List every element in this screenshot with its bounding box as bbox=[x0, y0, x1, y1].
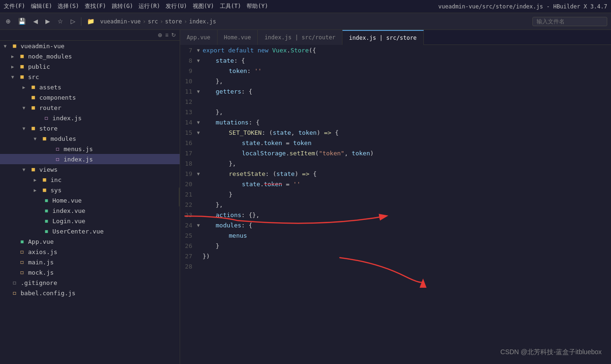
sidebar-item-public[interactable]: ▶ ■ public bbox=[0, 61, 180, 72]
menu-view[interactable]: 视图(V) bbox=[193, 2, 214, 10]
folder-arrow: ▶ bbox=[11, 64, 18, 69]
code-line-7: 7 ▼ export default new Vuex.Store({ bbox=[180, 45, 611, 55]
sidebar-item-src[interactable]: ▼ ■ src bbox=[0, 72, 180, 82]
menu-edit[interactable]: 编辑(E) bbox=[31, 2, 52, 10]
tab-router-index[interactable]: index.js | src/router bbox=[258, 30, 342, 45]
file-icon: ◻ bbox=[53, 156, 62, 162]
label-index-vue: index.vue bbox=[52, 207, 85, 214]
menu-goto[interactable]: 跳转(G) bbox=[112, 2, 133, 10]
sidebar-item-app-vue[interactable]: ◼ App.vue bbox=[0, 236, 180, 247]
label-node-modules: node_modules bbox=[28, 53, 72, 60]
code-line-22: 22 }, bbox=[180, 199, 611, 210]
sidebar-item-router[interactable]: ▼ ■ router bbox=[0, 102, 180, 113]
label-assets: assets bbox=[39, 84, 61, 91]
watermark: CSDN @北芳科技-蓝盒子itbluebox bbox=[501, 348, 602, 357]
menu-publish[interactable]: 发行(U) bbox=[166, 2, 187, 10]
code-line-16: 16 state.token = token bbox=[180, 138, 611, 148]
breadcrumb-item-3[interactable]: index.js bbox=[189, 18, 216, 25]
divider bbox=[81, 17, 81, 26]
file-vue-icon: ◼ bbox=[42, 207, 51, 214]
sidebar-item-store[interactable]: ▼ ■ store bbox=[0, 123, 180, 133]
sidebar-item-modules[interactable]: ▼ ■ modules bbox=[0, 133, 180, 144]
forward-button[interactable]: ▶ bbox=[44, 17, 52, 26]
save-button[interactable]: 💾 bbox=[16, 17, 28, 26]
code-line-11: 11 ▼ getters: { bbox=[180, 86, 611, 96]
code-line-15: 15 ▼ SET_TOKEN: (state, token) => { bbox=[180, 127, 611, 138]
label-modules: modules bbox=[51, 135, 76, 142]
folder-icon: ■ bbox=[10, 43, 19, 49]
sidebar-item-components[interactable]: ■ components bbox=[0, 92, 180, 102]
folder-arrow: ▼ bbox=[22, 167, 29, 172]
code-line-25: 25 menus bbox=[180, 230, 611, 240]
editor[interactable]: 7 ▼ export default new Vuex.Store({ 8 ▼ … bbox=[180, 45, 611, 364]
tab-store-index[interactable]: index.js | src/store bbox=[342, 30, 424, 45]
code-line-21: 21 } bbox=[180, 189, 611, 199]
folder-icon: ■ bbox=[29, 94, 37, 101]
sidebar-item-axios[interactable]: ◻ axios.js bbox=[0, 247, 180, 257]
folder-icon: ■ bbox=[18, 73, 26, 80]
sidebar-item-store-index[interactable]: ◻ index.js bbox=[0, 154, 180, 164]
breadcrumb-item-2[interactable]: store bbox=[165, 18, 182, 25]
collapse-all-button[interactable]: ≡ bbox=[165, 32, 168, 38]
menu-bar[interactable]: 文件(F) 编辑(E) 选择(S) 查找(F) 跳转(G) 运行(R) 发行(U… bbox=[4, 2, 268, 10]
sidebar-item-menus[interactable]: ◻ menus.js bbox=[0, 144, 180, 154]
folder-button[interactable]: 📁 bbox=[85, 17, 96, 26]
run-button[interactable]: ▷ bbox=[69, 17, 77, 26]
editor-section: App.vue Home.vue index.js | src/router i… bbox=[180, 30, 611, 364]
menu-help[interactable]: 帮助(Y) bbox=[247, 2, 268, 10]
new-file-button[interactable]: ⊕ bbox=[4, 17, 13, 26]
sidebar-item-usercenter-vue[interactable]: ◼ UserCenter.vue bbox=[0, 226, 180, 236]
sidebar-item-router-index[interactable]: ◻ index.js bbox=[0, 113, 180, 123]
menu-tools[interactable]: 工具(T) bbox=[220, 2, 241, 10]
sidebar-item-main[interactable]: ◻ main.js bbox=[0, 257, 180, 267]
sidebar-item-mock[interactable]: ◻ mock.js bbox=[0, 267, 180, 277]
tree-root[interactable]: ▼ ■ vueadmin-vue bbox=[0, 41, 180, 51]
toolbar: ⊕ 💾 ◀ ▶ ☆ ▷ 📁 vueadmin-vue › src › store… bbox=[0, 13, 611, 30]
label-src: src bbox=[28, 73, 39, 80]
folder-icon: ■ bbox=[29, 84, 37, 90]
menu-run[interactable]: 运行(R) bbox=[138, 2, 160, 10]
titlebar: 文件(F) 编辑(E) 选择(S) 查找(F) 跳转(G) 运行(R) 发行(U… bbox=[0, 0, 611, 13]
file-js-icon: ◻ bbox=[18, 259, 26, 265]
new-folder-button[interactable]: ⊕ bbox=[158, 32, 162, 38]
sidebar-item-babel[interactable]: ◻ babel.config.js bbox=[0, 288, 180, 298]
file-vue-icon: ◼ bbox=[42, 197, 51, 204]
folder-icon: ■ bbox=[40, 135, 49, 142]
bookmark-button[interactable]: ☆ bbox=[56, 17, 65, 26]
folder-icon: ■ bbox=[18, 53, 26, 59]
tab-home-vue[interactable]: Home.vue bbox=[218, 30, 258, 45]
folder-icon: ■ bbox=[40, 176, 49, 183]
label-axios: axios.js bbox=[28, 248, 58, 255]
folder-icon: ■ bbox=[29, 125, 37, 131]
breadcrumb-item-1[interactable]: src bbox=[148, 18, 158, 25]
menu-file[interactable]: 文件(F) bbox=[4, 2, 25, 10]
label-store-index: index.js bbox=[64, 156, 93, 163]
back-button[interactable]: ◀ bbox=[31, 17, 40, 26]
label-menus: menus.js bbox=[64, 146, 93, 153]
refresh-button[interactable]: ↻ bbox=[171, 32, 176, 38]
folder-arrow: ▼ bbox=[34, 136, 40, 141]
label-mock: mock.js bbox=[28, 269, 54, 276]
code-line-9: 9 token: '' bbox=[180, 66, 611, 76]
file-js-icon: ◻ bbox=[18, 248, 26, 255]
file-search-input[interactable] bbox=[532, 17, 607, 26]
sidebar-item-index-vue[interactable]: ◼ index.vue bbox=[0, 205, 180, 216]
file-vue-icon: ◼ bbox=[42, 218, 51, 224]
sidebar-item-views[interactable]: ▼ ■ views bbox=[0, 164, 180, 175]
sidebar-item-home-vue[interactable]: ◼ Home.vue bbox=[0, 195, 180, 205]
breadcrumb-item-0[interactable]: vueadmin-vue bbox=[100, 18, 141, 25]
label-inc: inc bbox=[51, 176, 61, 183]
code-line-19: 19 ▼ resetState: (state) => { bbox=[180, 168, 611, 179]
tab-app-vue[interactable]: App.vue bbox=[180, 30, 218, 45]
code-line-26: 26 } bbox=[180, 240, 611, 251]
sidebar-item-sys[interactable]: ▶ ■ sys bbox=[0, 185, 180, 195]
sidebar-item-inc[interactable]: ▶ ■ inc bbox=[0, 175, 180, 185]
sidebar-item-login-vue[interactable]: ◼ Login.vue bbox=[0, 216, 180, 226]
sidebar: ⊕ ≡ ↻ ▼ ■ vueadmin-vue ▶ ■ node_modules … bbox=[0, 30, 180, 364]
sidebar-item-gitignore[interactable]: ◻ .gitignore bbox=[0, 277, 180, 288]
sidebar-item-assets[interactable]: ▶ ■ assets bbox=[0, 82, 180, 92]
menu-select[interactable]: 选择(S) bbox=[58, 2, 79, 10]
sidebar-item-node-modules[interactable]: ▶ ■ node_modules bbox=[0, 51, 180, 61]
tabs-bar: App.vue Home.vue index.js | src/router i… bbox=[180, 30, 611, 45]
menu-find[interactable]: 查找(F) bbox=[85, 2, 106, 10]
